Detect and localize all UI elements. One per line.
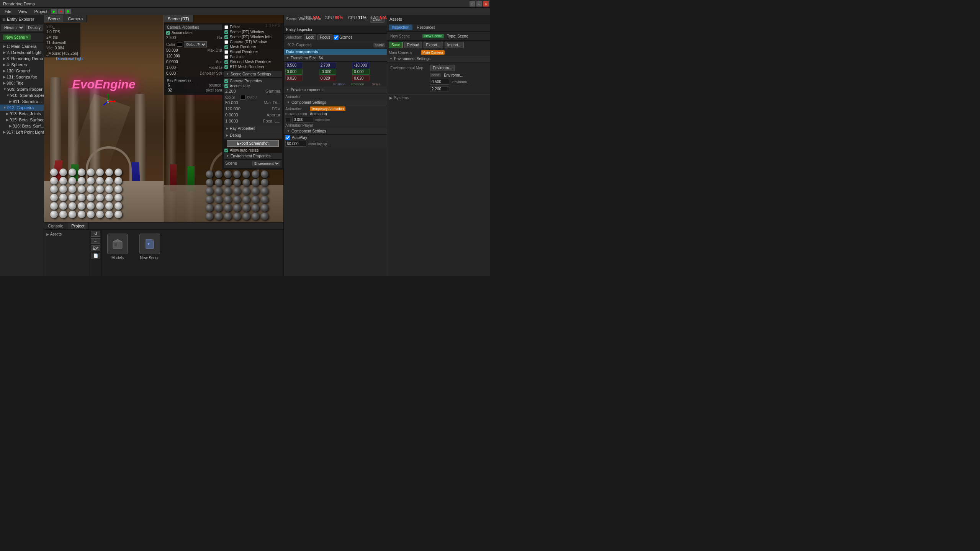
tree-item-3[interactable]: ▶ 3: Rendering Demo — [0, 56, 44, 62]
close-button[interactable]: × — [483, 1, 489, 7]
skinned-checkbox[interactable] — [224, 60, 228, 64]
console-tab[interactable]: Console — [44, 222, 67, 229]
new-scene-badge[interactable]: New Scene — [422, 34, 444, 38]
rot-z-input[interactable] — [352, 69, 370, 75]
focus-button[interactable]: Focus — [317, 34, 332, 40]
sc-x-input[interactable] — [285, 75, 303, 81]
save-button[interactable]: Save — [389, 42, 403, 48]
file-btn[interactable]: 📄 — [91, 253, 100, 258]
mesh-renderer-checkbox[interactable] — [224, 45, 228, 49]
export-button[interactable]: Export... — [424, 42, 443, 48]
env-settings-toggle[interactable]: ▼ Environment Settings — [387, 56, 490, 62]
lock-button[interactable]: Lock — [304, 34, 316, 40]
back-btn[interactable]: ← — [91, 238, 100, 244]
tree-item-130[interactable]: ▶ 130: Ground — [0, 68, 44, 74]
rot-x-input[interactable] — [285, 69, 303, 75]
btf-checkbox[interactable] — [224, 65, 228, 69]
env-props-toggle[interactable]: ▼ Environment Properties — [224, 153, 282, 160]
sc-z-input[interactable] — [352, 75, 370, 81]
ext-btn[interactable]: Ext — [91, 245, 100, 251]
env-val1-input[interactable] — [430, 79, 449, 85]
tree-item-911[interactable]: ▶ 911: Stormtro... — [0, 98, 44, 105]
asset-models[interactable]: Models — [105, 234, 130, 260]
tree-item-1[interactable]: ▶ 1: Main Camera — [0, 43, 44, 49]
refresh-btn[interactable]: ↺ — [91, 231, 100, 237]
gizmos-checkbox[interactable] — [334, 35, 339, 40]
viewport-left[interactable]: Scene Camera — [44, 15, 164, 222]
color-box2[interactable] — [240, 95, 245, 100]
comp-settings-toggle[interactable]: ▼ Component Settings — [284, 99, 387, 106]
pos-z-input[interactable] — [352, 62, 370, 68]
transform-toggle[interactable]: ▼ Transform Size: 64 — [284, 55, 387, 62]
pos-y-input[interactable] — [319, 62, 336, 68]
ray-props-toggle[interactable]: ▶ Ray Properties — [224, 125, 282, 132]
env-type-button[interactable]: Environm... — [430, 65, 455, 71]
minimize-button[interactable]: − — [470, 1, 475, 7]
animation-tag[interactable]: Temporary Animation — [310, 106, 345, 111]
scene-window-checkbox[interactable] — [224, 35, 228, 39]
tree-item-910[interactable]: ▼ 910: Stormtrooper — [0, 92, 44, 98]
main-camera-tag[interactable]: Main Camera — [421, 50, 445, 55]
display-button[interactable]: Display — [26, 25, 43, 31]
tree-item-913[interactable]: ▶ 913: Beta_Joints — [0, 111, 44, 117]
env-val2-input[interactable] — [430, 86, 449, 92]
allow-resize-checkbox[interactable] — [224, 149, 228, 152]
inspection-tab[interactable]: Inspection — [389, 25, 412, 30]
tree-item-2[interactable]: ▶ 2: Directional Light — [0, 49, 44, 56]
step-button[interactable]: ⏸ — [65, 9, 71, 14]
project-tab[interactable]: Project — [67, 222, 88, 229]
strand-renderer-checkbox[interactable] — [224, 50, 228, 54]
maximize-button[interactable]: □ — [476, 1, 482, 7]
play-button[interactable]: ▶ — [51, 9, 57, 14]
hierarchy-select[interactable]: Hierarchy — [2, 25, 25, 31]
scene-rt-checkbox[interactable] — [224, 30, 228, 34]
camera-tab[interactable]: Camera — [64, 15, 87, 22]
color-box[interactable] — [177, 42, 182, 47]
comp-settings2-toggle[interactable]: ▼ Component Settings — [284, 128, 387, 135]
camera-props-checkbox[interactable] — [224, 79, 228, 83]
viewport-right[interactable]: Scene (RT) EvoEngine — [164, 15, 283, 222]
particles-checkbox[interactable] — [224, 55, 228, 59]
scene-camera-settings-toggle[interactable]: ▼ Scene Camera Settings — [224, 71, 282, 78]
menu-project[interactable]: Project — [31, 8, 50, 15]
data-components-section[interactable]: Data components — [284, 49, 387, 55]
menu-view[interactable]: View — [15, 8, 31, 15]
tree-item-915[interactable]: ▶ 915: Beta_Surface — [0, 117, 44, 123]
import-button[interactable]: Import... — [445, 42, 464, 48]
scene-rt-tab[interactable]: Scene (RT) — [164, 15, 193, 22]
animation-val-input[interactable] — [292, 117, 313, 123]
accumulate-checkbox2[interactable] — [224, 84, 228, 88]
sc-y-input[interactable] — [319, 75, 336, 81]
stop-button[interactable]: ■ — [58, 9, 64, 14]
env-map-label: Environmental Map — [390, 66, 429, 70]
debug-toggle[interactable]: ▶ Debug — [224, 132, 282, 139]
tree-item-917[interactable]: ▶ 917: Left Point Light — [0, 129, 44, 135]
systems-row[interactable]: ▶ Systems — [387, 94, 490, 101]
pos-x-input[interactable] — [285, 62, 303, 68]
autoplay-val-input[interactable] — [285, 141, 306, 147]
asset-new-scene[interactable]: New Scene — [137, 234, 162, 260]
autoplay-checkbox[interactable] — [285, 135, 290, 140]
output-type-select[interactable]: Output Type — [184, 41, 207, 47]
tree-item-912[interactable]: ▼ 912: Capoeira — [0, 105, 44, 111]
rot-y-input[interactable] — [319, 69, 336, 75]
camera-props-header[interactable]: Camera Properties — [165, 25, 231, 30]
camera-rt-checkbox[interactable] — [224, 40, 228, 44]
resources-tab[interactable]: Resources — [414, 25, 438, 30]
tree-item-131[interactable]: ▶ 131: Sponza.fbx — [0, 74, 44, 80]
editor-checkbox[interactable] — [224, 25, 228, 29]
reload-button[interactable]: Reload — [404, 42, 422, 48]
tree-item-906[interactable]: ▶ 906: Title — [0, 80, 44, 86]
scene-tag[interactable]: New Scene × — [3, 34, 31, 40]
menu-file[interactable]: File — [2, 8, 15, 15]
private-components-toggle[interactable]: ▼ Private components — [284, 87, 387, 93]
tree-item-4[interactable]: ▶ 4: Spheres — [0, 62, 44, 68]
anim-color-swatch[interactable] — [285, 118, 291, 122]
scene-tab[interactable]: Scene — [44, 15, 64, 22]
environment-select[interactable]: Environment — [252, 161, 280, 166]
accumulate-checkbox[interactable] — [166, 31, 170, 35]
tree-item-909[interactable]: ▼ 909: StormTrooper — [0, 86, 44, 92]
ray-props-header[interactable]: Ray Properties — [167, 78, 230, 82]
tree-item-916[interactable]: ▶ 916: Beta_Surf... — [0, 123, 44, 129]
export-screenshot-button[interactable]: Export Screenshot — [227, 140, 279, 147]
